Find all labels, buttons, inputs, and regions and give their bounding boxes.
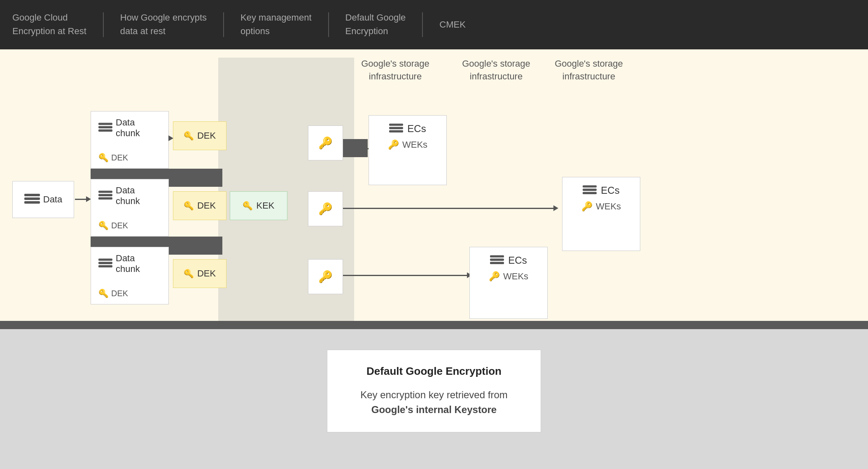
svg-rect-14	[389, 130, 403, 132]
chunk-2-db-icon	[98, 190, 112, 201]
data-label: Data	[43, 194, 62, 205]
header-text-4a: Default Google	[345, 12, 406, 24]
chunk-box-3: Datachunk 🔑 DEK	[91, 247, 169, 304]
storage-1-wek-icon: 🔑	[388, 139, 399, 150]
svg-rect-6	[98, 190, 112, 193]
chunk-1-label-row: Datachunk	[98, 117, 140, 139]
svg-rect-10	[98, 262, 112, 264]
info-body: Key encryption key retrieved from Google…	[345, 388, 523, 417]
header-section-2: How Google encrypts data at rest	[120, 12, 207, 37]
data-icon	[24, 194, 40, 205]
svg-rect-7	[98, 194, 112, 196]
header-section-5: CMEK	[439, 19, 466, 31]
storage-3-ec-row: ECs	[479, 255, 538, 266]
svg-rect-15	[583, 185, 597, 187]
enc-key-box-2: 🔑	[308, 191, 343, 226]
storage-3-wek-row: 🔑 WEKs	[479, 271, 538, 282]
header-text-2b: data at rest	[120, 26, 207, 37]
bottom-section: Default Google Encryption Key encryption…	[0, 329, 868, 469]
svg-rect-12	[389, 123, 403, 125]
storage-group-2: ECs 🔑 WEKs	[562, 177, 640, 251]
chunk-3-label: Datachunk	[116, 253, 140, 274]
chunk-3-dek-label: DEK	[111, 289, 128, 298]
chunk-3-db-icon	[98, 258, 112, 269]
infra-label-3: Google's storage infrastructure	[552, 58, 626, 83]
storage-2-ec-row: ECs	[572, 185, 631, 196]
header-divider-1	[103, 12, 104, 37]
chunk-1-dek-row: 🔑 DEK	[98, 153, 128, 163]
storage-3-wek-label: WEKs	[503, 271, 528, 282]
header-divider-4	[422, 12, 423, 37]
svg-rect-13	[389, 127, 403, 129]
dek-3-key-icon: 🔑	[184, 269, 194, 279]
chunk-2-dek-row: 🔑 DEK	[98, 221, 128, 230]
storage-1-wek-label: WEKs	[402, 139, 427, 150]
storage-2-ec-label: ECs	[601, 185, 619, 196]
chunk-2-dek-label: DEK	[111, 221, 128, 230]
chunk-2-label: Datachunk	[116, 185, 140, 207]
arr-c1-dek1	[170, 138, 172, 139]
storage-1-ec-label: ECs	[407, 123, 426, 135]
dark-connector-top	[343, 139, 368, 157]
svg-rect-1	[24, 197, 40, 200]
header-text-1a: Google Cloud	[12, 12, 86, 24]
storage-group-1: ECs 🔑 WEKs	[369, 115, 447, 185]
infra-label-2: Google's storage infrastructure	[459, 58, 533, 83]
header-text-1b: Encryption at Rest	[12, 26, 86, 37]
header-text-3a: Key management	[240, 12, 311, 24]
chunk-1-key-icon: 🔑	[98, 153, 109, 163]
svg-rect-9	[98, 258, 112, 260]
dek-3-label: DEK	[197, 268, 216, 279]
diagram-bottom-bar	[0, 321, 868, 329]
svg-rect-11	[98, 265, 112, 267]
header-divider-2	[223, 12, 224, 37]
dek-box-1: 🔑 DEK	[173, 121, 226, 150]
storage-group-3: ECs 🔑 WEKs	[469, 247, 548, 319]
infra-label-1: Google's storage infrastructure	[358, 58, 432, 83]
chunk-box-2: Datachunk 🔑 DEK	[91, 179, 169, 237]
enc-key-box-1: 🔑	[308, 125, 343, 160]
dek-2-label: DEK	[197, 200, 216, 211]
info-title: Default Google Encryption	[345, 365, 523, 378]
header-text-2a: How Google encrypts	[120, 12, 207, 24]
header-text-3b: options	[240, 26, 311, 37]
info-body-line1: Key encryption key retrieved from	[360, 389, 507, 400]
arr-enc3-storage3	[343, 275, 471, 276]
chunk-2-key-icon: 🔑	[98, 221, 109, 230]
kek-label: KEK	[256, 200, 274, 211]
kek-key-icon: 🔑	[243, 201, 253, 211]
svg-rect-2	[24, 201, 40, 204]
top-header: Google Cloud Encryption at Rest How Goog…	[0, 0, 868, 49]
diagram-area: Google's storage infrastructure Google's…	[0, 49, 868, 329]
header-text-4b: Encryption	[345, 26, 406, 37]
chunk-3-label-row: Datachunk	[98, 253, 140, 274]
svg-rect-3	[98, 123, 112, 125]
svg-rect-8	[98, 197, 112, 200]
enc-key-icon-3: 🔑	[318, 270, 333, 283]
chunk-2-label-row: Datachunk	[98, 185, 140, 207]
dek-2-key-icon: 🔑	[184, 201, 194, 211]
dek-box-2: 🔑 DEK	[173, 191, 226, 220]
chunk-3-dek-row: 🔑 DEK	[98, 288, 128, 298]
info-body-line2: Google's internal Keystore	[371, 404, 497, 415]
storage-2-db-icon	[583, 185, 597, 196]
dek-1-label: DEK	[197, 130, 216, 141]
enc-key-icon-1: 🔑	[318, 136, 333, 150]
kek-box: 🔑 KEK	[230, 191, 287, 220]
header-text-5a: CMEK	[439, 19, 466, 31]
svg-rect-18	[490, 255, 504, 257]
chunk-3-key-icon: 🔑	[98, 288, 109, 298]
svg-rect-20	[490, 262, 504, 264]
storage-3-ec-label: ECs	[508, 255, 527, 266]
info-box: Default Google Encryption Key encryption…	[327, 350, 541, 432]
svg-rect-4	[98, 126, 112, 128]
storage-2-wek-label: WEKs	[596, 201, 621, 212]
storage-1-ec-row: ECs	[378, 123, 437, 135]
chunk-1-label: Datachunk	[116, 117, 140, 139]
dek-1-key-icon: 🔑	[184, 131, 194, 141]
svg-rect-19	[490, 259, 504, 261]
enc-key-icon-2: 🔑	[318, 202, 333, 216]
svg-rect-17	[583, 192, 597, 194]
enc-key-box-3: 🔑	[308, 259, 343, 294]
data-box: Data	[12, 181, 74, 218]
